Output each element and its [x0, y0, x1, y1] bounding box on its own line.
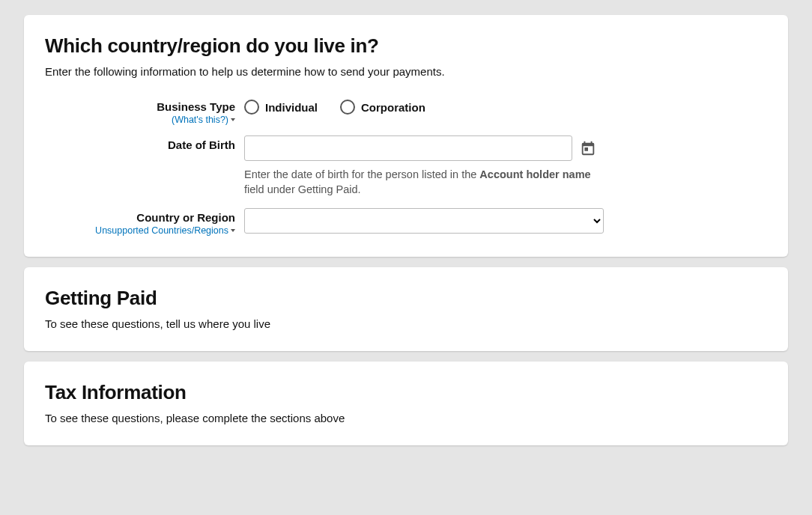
radio-corporation[interactable]: Corporation: [340, 100, 425, 115]
dob-input[interactable]: [244, 135, 572, 161]
calendar-icon[interactable]: [580, 140, 596, 156]
getting-paid-card: Getting Paid To see these questions, tel…: [24, 267, 788, 351]
radio-icon: [244, 100, 259, 115]
section3-note: To see these questions, please complete …: [45, 412, 767, 424]
section1-title: Which country/region do you live in?: [45, 34, 767, 58]
radio-individual[interactable]: Individual: [244, 100, 318, 115]
dob-help-text: Enter the date of birth for the person l…: [244, 167, 604, 198]
section3-title: Tax Information: [45, 381, 767, 404]
dob-label: Date of Birth: [45, 138, 235, 151]
caret-down-icon: [231, 229, 235, 232]
radio-icon: [340, 100, 355, 115]
tax-information-card: Tax Information To see these questions, …: [24, 362, 788, 445]
section2-note: To see these questions, tell us where yo…: [45, 317, 767, 330]
business-type-label: Business Type: [45, 100, 235, 113]
section2-title: Getting Paid: [45, 287, 767, 310]
section1-subtitle: Enter the following information to help …: [45, 65, 767, 78]
unsupported-countries-link[interactable]: Unsupported Countries/Regions: [95, 225, 235, 236]
country-row: Country or Region Unsupported Countries/…: [45, 208, 767, 236]
country-label: Country or Region: [45, 211, 235, 224]
whats-this-link[interactable]: (What's this?): [172, 115, 235, 125]
dob-row: Date of Birth Enter the date of birth fo…: [45, 135, 767, 198]
country-region-card: Which country/region do you live in? Ent…: [24, 15, 788, 257]
country-select[interactable]: [244, 208, 604, 234]
caret-down-icon: [231, 118, 235, 121]
business-type-row: Business Type (What's this?) Individual …: [45, 97, 767, 125]
